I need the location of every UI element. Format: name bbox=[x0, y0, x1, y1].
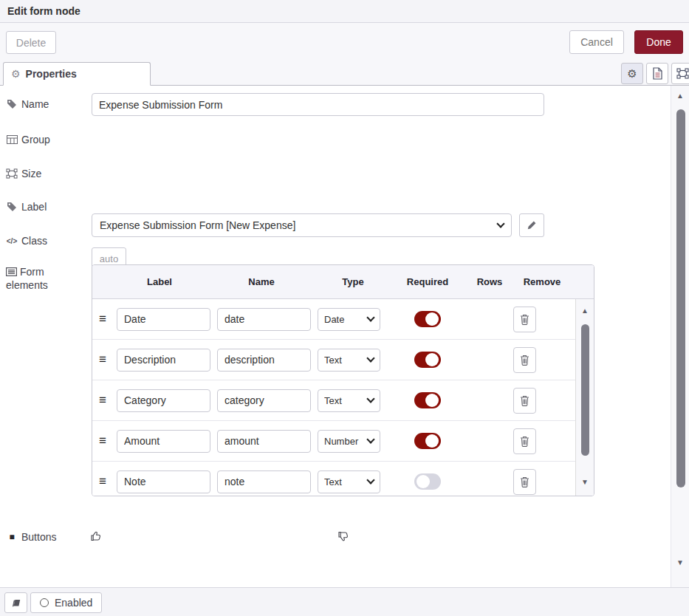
panel-scrollbar-thumb[interactable] bbox=[676, 109, 685, 487]
chevron-down-icon bbox=[366, 476, 374, 484]
tab-properties[interactable]: ⚙ Properties bbox=[3, 62, 151, 86]
enabled-label: Enabled bbox=[55, 597, 92, 609]
delete-button[interactable]: Delete bbox=[6, 31, 56, 54]
table-header: Label Name Type Required Rows Remove bbox=[92, 265, 594, 299]
dialog-title: Edit form node bbox=[7, 5, 80, 17]
done-button[interactable]: Done bbox=[634, 30, 683, 54]
tag-icon bbox=[6, 202, 18, 212]
drag-handle-icon[interactable]: ≡ bbox=[99, 352, 112, 367]
chevron-down-icon bbox=[366, 313, 374, 321]
tag-icon bbox=[6, 99, 18, 109]
table-scrollbar[interactable]: ▲ ▼ bbox=[575, 299, 594, 496]
column-header-required: Required bbox=[407, 276, 448, 287]
tab-properties-label: Properties bbox=[26, 68, 77, 80]
size-field-label: Size bbox=[6, 168, 41, 179]
element-row: ≡ Text bbox=[92, 380, 576, 421]
element-type-value: Text bbox=[324, 395, 368, 406]
element-name-input[interactable] bbox=[217, 470, 311, 493]
drag-handle-icon[interactable]: ≡ bbox=[99, 393, 112, 408]
element-type-select[interactable]: Text bbox=[318, 349, 380, 372]
delete-element-button[interactable] bbox=[513, 307, 536, 332]
required-toggle[interactable] bbox=[414, 392, 441, 408]
edit-group-button[interactable] bbox=[519, 213, 544, 237]
drag-handle-icon[interactable]: ≡ bbox=[99, 474, 112, 489]
element-type-value: Date bbox=[324, 314, 368, 325]
element-row: ≡ Date bbox=[92, 299, 576, 340]
panel-scrollbar[interactable]: ▲ ▼ bbox=[671, 86, 689, 587]
group-field-label: Group bbox=[6, 134, 50, 146]
element-type-select[interactable]: Number bbox=[318, 430, 380, 453]
element-type-select[interactable]: Text bbox=[318, 470, 380, 493]
trash-icon bbox=[520, 476, 529, 487]
scroll-down-icon[interactable]: ▼ bbox=[671, 558, 689, 567]
gear-icon: ⚙ bbox=[11, 68, 21, 80]
column-header-label: Label bbox=[147, 276, 172, 287]
enabled-toggle-button[interactable]: Enabled bbox=[30, 592, 102, 613]
group-select[interactable]: Expense Submission Form [New Expense] bbox=[92, 213, 512, 237]
drag-handle-icon[interactable]: ≡ bbox=[99, 312, 112, 326]
element-type-value: Text bbox=[324, 355, 368, 366]
element-row: ≡ Number bbox=[92, 421, 576, 462]
scroll-up-icon[interactable]: ▲ bbox=[671, 92, 689, 100]
required-toggle[interactable] bbox=[414, 352, 441, 368]
cancel-button[interactable]: Cancel bbox=[569, 30, 624, 54]
gear-icon: ⚙ bbox=[627, 67, 637, 81]
node-description-button[interactable] bbox=[646, 63, 668, 84]
element-label-input[interactable] bbox=[117, 430, 210, 453]
scroll-down-icon[interactable]: ▼ bbox=[576, 478, 594, 486]
element-type-value: Text bbox=[324, 476, 368, 487]
class-field-label: </> Class bbox=[6, 235, 47, 247]
scroll-up-icon[interactable]: ▲ bbox=[576, 307, 594, 315]
form-elements-table: Label Name Type Required Rows Remove ≡ D… bbox=[92, 264, 594, 496]
element-name-input[interactable] bbox=[217, 308, 311, 331]
delete-element-button[interactable] bbox=[513, 469, 536, 495]
buttons-field-label: ■ Buttons bbox=[6, 531, 56, 543]
required-toggle[interactable] bbox=[414, 473, 441, 490]
chevron-down-icon bbox=[366, 354, 374, 362]
element-label-input[interactable] bbox=[117, 470, 210, 493]
delete-element-button[interactable] bbox=[513, 388, 536, 414]
status-circle-icon bbox=[40, 598, 49, 607]
element-label-input[interactable] bbox=[117, 308, 210, 331]
column-header-rows: Rows bbox=[477, 276, 503, 287]
element-name-input[interactable] bbox=[217, 389, 311, 412]
bounding-box-icon bbox=[676, 68, 689, 79]
element-row: ≡ Text bbox=[92, 462, 576, 496]
node-properties-button[interactable]: ⚙ bbox=[621, 63, 643, 84]
thumbs-down-icon bbox=[337, 530, 349, 542]
required-toggle[interactable] bbox=[414, 433, 441, 449]
element-rows-viewport: ≡ Date ≡ Text bbox=[92, 299, 576, 496]
element-name-input[interactable] bbox=[217, 430, 311, 453]
node-appearance-button[interactable] bbox=[671, 63, 689, 84]
trash-icon bbox=[520, 436, 529, 447]
element-label-input[interactable] bbox=[117, 349, 210, 372]
label-field-label: Label bbox=[6, 201, 47, 213]
properties-panel: Name Group Expense Submission Form [New … bbox=[0, 86, 689, 587]
trash-icon bbox=[520, 314, 529, 325]
trash-icon bbox=[520, 355, 529, 366]
chevron-down-icon bbox=[366, 435, 374, 443]
group-select-value: Expense Submission Form [New Expense] bbox=[100, 219, 498, 231]
required-toggle[interactable] bbox=[414, 311, 441, 327]
name-input[interactable] bbox=[92, 93, 544, 116]
pencil-icon bbox=[527, 220, 537, 230]
table-scrollbar-thumb[interactable] bbox=[581, 324, 589, 456]
drag-handle-icon[interactable]: ≡ bbox=[99, 434, 112, 448]
chevron-down-icon bbox=[496, 219, 504, 227]
column-header-remove: Remove bbox=[524, 276, 561, 287]
code-icon: </> bbox=[6, 237, 18, 245]
form-elements-label: Form elements bbox=[6, 265, 66, 292]
column-header-name: Name bbox=[248, 276, 274, 287]
element-type-select[interactable]: Date bbox=[318, 308, 380, 331]
delete-element-button[interactable] bbox=[513, 347, 536, 373]
book-icon bbox=[10, 598, 22, 608]
element-row: ≡ Text bbox=[92, 340, 576, 380]
element-label-input[interactable] bbox=[117, 389, 210, 412]
thumbs-up-icon bbox=[90, 530, 102, 542]
element-type-select[interactable]: Text bbox=[318, 389, 380, 412]
docs-button[interactable] bbox=[4, 592, 27, 613]
trash-icon bbox=[520, 395, 529, 406]
delete-element-button[interactable] bbox=[513, 428, 536, 454]
element-type-value: Number bbox=[324, 436, 368, 447]
element-name-input[interactable] bbox=[217, 349, 311, 372]
